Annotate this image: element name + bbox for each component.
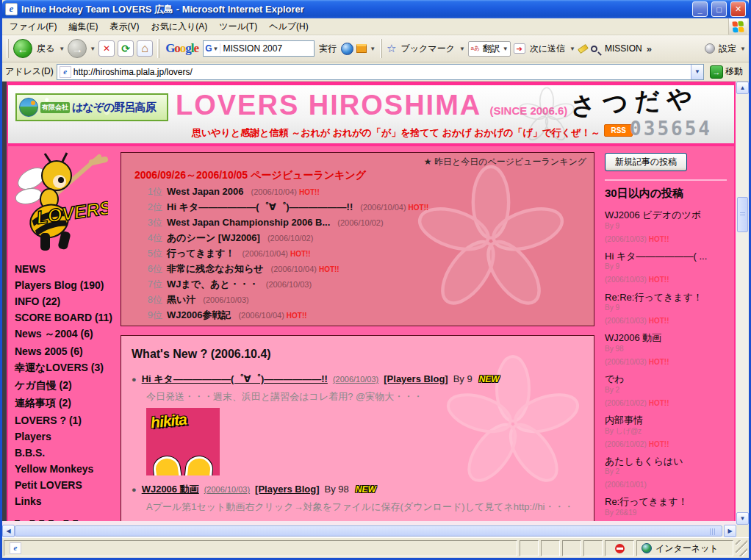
entry-link[interactable]: Hi キタ——————(゜∀゜)——————!! <box>142 373 328 384</box>
sidebar-item-news-2005[interactable]: News 2005 (6) <box>11 343 118 359</box>
post-link[interactable]: 内部事情 <box>605 414 727 426</box>
settings-sphere-icon[interactable] <box>705 43 715 54</box>
magnifier-icon[interactable] <box>591 46 597 52</box>
toolbar-overflow-chevron[interactable]: » <box>647 43 652 54</box>
menu-view[interactable]: 表示(V) <box>104 18 145 35</box>
post-link[interactable]: Re:Re:行ってきます！ <box>605 292 727 304</box>
entry-category-link[interactable]: [Players Blog] <box>266 520 330 521</box>
stop-icon[interactable]: ✕ <box>98 40 115 57</box>
ranking-link[interactable]: WJまで、あと・・・ <box>167 279 259 290</box>
sidebar-item-yellow-monkeys[interactable]: Yellow Monkeys <box>11 461 118 477</box>
vertical-scroll-track[interactable] <box>736 94 749 512</box>
sidebar-item-links[interactable]: Links <box>11 493 118 509</box>
company-banner[interactable]: 有限会社 はなぞの野呂高原 <box>15 93 168 121</box>
hikita-image[interactable]: hikita <box>146 408 220 475</box>
sidebar-item-lucky-lovers[interactable]: 幸運なLOVERS (3) <box>11 359 118 377</box>
back-label[interactable]: 戻る <box>37 43 54 55</box>
scroll-up-icon[interactable]: ▲ <box>736 82 749 94</box>
ranking-date: (2006/10/02) <box>337 218 383 227</box>
gift-icon[interactable] <box>356 44 367 53</box>
menu-edit[interactable]: 編集(E) <box>62 18 104 35</box>
scroll-down-icon[interactable]: ▼ <box>736 512 749 525</box>
bookmark-star-icon[interactable]: ☆ <box>387 42 396 55</box>
ranking-link[interactable]: Hi キタ——————(゜∀゜)——————!! <box>167 201 353 212</box>
entry-category-link[interactable]: [Players Blog] <box>384 373 448 384</box>
post-link[interactable]: でわ <box>605 373 727 385</box>
entry-category-link[interactable]: [Players Blog] <box>255 484 319 495</box>
recent-post: Re:行ってきます！ By 26&19 (2006/09/30) <box>605 496 727 521</box>
address-dropdown-icon[interactable]: ▼ <box>691 65 703 79</box>
refresh-icon[interactable]: ⟳ <box>118 40 134 57</box>
ranking-link[interactable]: WJ2006参戦記 <box>167 309 231 320</box>
search-run-button[interactable]: 実行 <box>319 43 337 55</box>
post-link[interactable]: WJ2006 ビデオのツボ <box>605 209 727 221</box>
new-post-button[interactable]: 新規記事の投稿 <box>605 153 687 171</box>
sidebar-item-lovers-q[interactable]: LOVERS ? (1) <box>11 412 118 428</box>
menu-tools[interactable]: ツール(T) <box>213 18 263 35</box>
address-input[interactable] <box>73 67 691 77</box>
ranking-link[interactable]: あのシーン [WJ2006] <box>167 232 260 243</box>
horizontal-scrollbar[interactable]: ◀ ▶ <box>2 525 749 537</box>
back-dropdown-icon[interactable]: ▼ <box>59 46 65 52</box>
sidebar-item-players-blog[interactable]: Players Blog (190) <box>11 277 118 293</box>
ranking-link[interactable]: West Japan Championship 2006 B... <box>167 217 330 228</box>
send-to-icon[interactable]: ➔ <box>514 43 525 54</box>
entry-link[interactable]: 行ってきます！ <box>142 520 210 521</box>
forward-dropdown-icon[interactable]: ▼ <box>90 46 96 52</box>
vertical-scroll-thumb[interactable] <box>737 197 748 232</box>
send-to-button[interactable]: 次に送信 <box>530 43 565 55</box>
post-link[interactable]: Re:行ってきます！ <box>605 496 727 508</box>
ranking-link[interactable]: 行ってきます！ <box>167 248 235 259</box>
sidebar-item-contact[interactable]: 連絡事項 (2) <box>11 395 118 412</box>
entry-link[interactable]: WJ2006 動画 <box>142 484 199 495</box>
sidebar-item-news[interactable]: NEWS <box>11 261 118 277</box>
google-g-icon[interactable]: G▼ <box>204 43 220 54</box>
menu-help[interactable]: ヘルプ(H) <box>263 18 315 35</box>
settings-button[interactable]: 設定 <box>719 43 736 55</box>
toolbar-grip[interactable] <box>7 39 9 58</box>
menu-file[interactable]: ファイル(F) <box>4 18 62 35</box>
settings-dropdown-icon[interactable]: ▼ <box>740 46 746 52</box>
earth-globe-icon[interactable] <box>341 43 353 55</box>
google-search-input[interactable] <box>220 43 314 54</box>
post-link[interactable]: WJ2006 動画 <box>605 332 727 344</box>
forward-icon[interactable]: → <box>68 39 87 58</box>
send-dropdown-icon[interactable]: ▼ <box>569 46 575 52</box>
ranking-link[interactable]: 黒い汁 <box>167 294 195 305</box>
sidebar-item-news-2004[interactable]: News ～2004 (6) <box>11 326 118 343</box>
rss-badge[interactable]: RSS <box>604 124 633 137</box>
maximize-button[interactable]: □ <box>711 1 727 17</box>
translate-button[interactable]: 翻訳 <box>483 43 500 55</box>
sidebar-item-bbs[interactable]: B.B.S. <box>11 445 118 461</box>
scroll-left-icon[interactable]: ◀ <box>2 525 15 537</box>
go-button[interactable]: → 移動 <box>707 65 746 79</box>
resize-grip[interactable] <box>736 540 747 556</box>
post-link[interactable]: Hi キタ——————( ... <box>605 251 727 262</box>
title-bar[interactable]: e Inline Hockey Team LOVERS 広島 - Microso… <box>2 0 749 18</box>
menu-favorites[interactable]: お気に入り(A) <box>145 18 213 35</box>
back-icon[interactable]: ← <box>13 39 32 58</box>
bookmark-dropdown-icon[interactable]: ▼ <box>459 46 465 52</box>
vertical-scrollbar[interactable]: ▲ ▼ <box>736 82 749 525</box>
ranking-link[interactable]: WJ動画 第2弾 <box>167 325 227 326</box>
horizontal-scroll-thumb[interactable] <box>15 525 722 536</box>
ranking-link[interactable]: West Japan 2006 <box>167 186 244 197</box>
sidebar-item-petit-lovers[interactable]: Petit LOVERS <box>11 477 118 493</box>
post-link[interactable]: あたしもくらはい <box>605 456 727 467</box>
translate-dropdown-icon[interactable]: ▼ <box>503 46 509 52</box>
scroll-right-icon[interactable]: ▶ <box>724 525 736 537</box>
gift-dropdown-icon[interactable]: ▼ <box>370 46 376 52</box>
sidebar-item-info[interactable]: INFO (22) <box>11 293 118 309</box>
minimize-button[interactable]: _ <box>692 1 708 17</box>
horizontal-scroll-track[interactable] <box>15 525 724 537</box>
mission-button[interactable]: MISSION <box>605 43 642 54</box>
translate-group[interactable]: aあ 翻訳 ▼ <box>468 41 511 57</box>
sidebar-item-injury[interactable]: ケガ自慢 (2) <box>11 377 118 395</box>
close-button[interactable]: ✕ <box>730 1 746 17</box>
ranking-link[interactable]: 非常に残念なお知らせ <box>167 263 264 274</box>
sidebar-item-players[interactable]: Players <box>11 428 118 445</box>
sidebar-item-score-board[interactable]: SCORE BOARD (11) <box>11 309 118 326</box>
bookmark-button[interactable]: ブックマーク <box>401 43 455 55</box>
highlighter-icon[interactable] <box>578 43 589 53</box>
home-icon[interactable]: ⌂ <box>137 40 153 57</box>
